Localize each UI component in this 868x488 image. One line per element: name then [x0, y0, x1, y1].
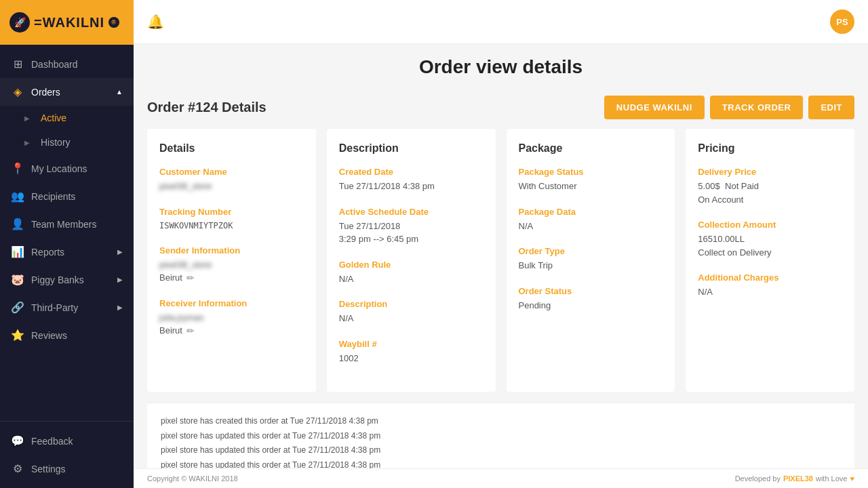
sidebar-item-reports[interactable]: 📊 Reports ▶ [0, 238, 134, 266]
history-label: History [41, 137, 71, 148]
sidebar-item-third[interactable]: 🔗 Third-Party ▶ [0, 293, 134, 321]
collection-amount-label: Collection Amount [698, 220, 842, 230]
golden-rule-value: N/A [339, 272, 484, 286]
golden-rule-field: Golden Rule N/A [339, 260, 484, 286]
created-date-value: Tue 27/11/2018 4:38 pm [339, 180, 484, 193]
orders-arrow-icon: ▲ [116, 88, 123, 96]
reviews-label: Reviews [31, 330, 67, 341]
package-status-value: With Customer [519, 180, 663, 193]
order-type-field: Order Type Bulk Trip [519, 246, 663, 272]
sidebar-bottom: 💬 Feedback ⚙ Settings [0, 421, 134, 488]
order-type-value: Bulk Trip [519, 259, 663, 272]
sender-field: Sender Information pixel38_store Beirut … [159, 245, 304, 285]
sidebar-item-feedback[interactable]: 💬 Feedback [0, 427, 134, 455]
sender-edit-icon[interactable]: ✏ [186, 272, 195, 283]
recipients-label: Recipients [31, 191, 75, 202]
additional-charges-label: Additional Charges [698, 272, 842, 283]
receiver-field: Receiver Information julia.jryman Beirut… [159, 298, 304, 338]
sidebar-item-piggy[interactable]: 🐷 Piggy Banks ▶ [0, 266, 134, 293]
collection-amount-value: 16510.00LL [698, 232, 842, 246]
sidebar-item-locations[interactable]: 📍 My Locations [0, 155, 134, 182]
footer-developed-by: Developed by [735, 474, 781, 483]
collection-amount-field: Collection Amount 16510.00LL Collect on … [698, 220, 842, 259]
sidebar-item-orders[interactable]: ◈ Orders ▲ [0, 78, 134, 106]
tracking-value: ISWKOVNMIYTPZOK [159, 220, 304, 232]
sidebar: 🚀 =WAKILNI ® ⊞ Dashboard ◈ Orders ▲ ▶ Ac… [0, 0, 134, 488]
team-icon: 👤 [11, 218, 24, 230]
sidebar-item-recipients[interactable]: 👥 Recipients [0, 182, 134, 210]
details-card: Details Customer Name pixel38_store Trac… [147, 129, 316, 392]
feedback-label: Feedback [31, 436, 73, 447]
receiver-label: Receiver Information [159, 298, 304, 308]
footer-copyright: Copyright © WAKILNI 2018 [147, 474, 238, 483]
activity-line-4: pixel store has updated this order at Tu… [161, 458, 841, 468]
package-data-value: N/A [519, 220, 663, 233]
receiver-location-row: Beirut ✏ [159, 324, 304, 338]
feedback-icon: 💬 [11, 434, 24, 447]
description-card: Description Created Date Tue 27/11/2018 … [327, 129, 496, 392]
page-footer: Copyright © WAKILNI 2018 Developed by PI… [134, 468, 868, 488]
locations-icon: 📍 [11, 162, 24, 175]
notification-bell-icon[interactable]: 🔔 [147, 14, 164, 30]
sidebar-item-dashboard[interactable]: ⊞ Dashboard [0, 50, 134, 78]
description-field: Description N/A [339, 299, 484, 325]
page-title: Order view details [134, 56, 868, 78]
receiver-edit-icon[interactable]: ✏ [186, 325, 195, 336]
package-card: Package Package Status With Customer Pac… [507, 129, 675, 392]
piggy-label: Piggy Banks [31, 274, 84, 285]
activity-line-1: pixel store has created this order at Tu… [161, 414, 841, 429]
sidebar-item-settings[interactable]: ⚙ Settings [0, 455, 134, 483]
sidebar-item-history[interactable]: ▶ History [0, 130, 134, 155]
edit-button[interactable]: EDIT [808, 96, 854, 119]
waybill-value: 1002 [339, 352, 484, 365]
main-area: 🔔 PS Order view details Order #124 Detai… [134, 0, 868, 488]
third-label: Third-Party [31, 302, 78, 313]
schedule-field: Active Schedule Date Tue 27/11/20183:29 … [339, 207, 484, 246]
order-type-label: Order Type [519, 246, 663, 256]
team-label: Team Members [31, 219, 96, 230]
package-data-label: Package Data [519, 207, 663, 217]
activity-line-2: pixel store has updated this order at Tu… [161, 429, 841, 444]
recipients-icon: 👥 [11, 190, 24, 203]
pricing-card: Pricing Delivery Price 5.00$ Not Paid On… [686, 129, 854, 392]
schedule-value: Tue 27/11/20183:29 pm --> 6:45 pm [339, 220, 484, 246]
package-data-field: Package Data N/A [519, 207, 663, 233]
order-header: Order #124 Details NUDGE WAKILNI TRACK O… [147, 85, 854, 129]
reports-icon: 📊 [11, 245, 24, 258]
logo-text: =WAKILNI ® [34, 15, 119, 30]
created-date-field: Created Date Tue 27/11/2018 4:38 pm [339, 167, 484, 193]
order-status-label: Order Status [519, 286, 663, 296]
footer-suffix: with Love [816, 474, 847, 483]
sidebar-item-reviews[interactable]: ⭐ Reviews [0, 321, 134, 349]
sidebar-item-team[interactable]: 👤 Team Members [0, 210, 134, 238]
description-value: N/A [339, 312, 484, 325]
sender-label: Sender Information [159, 245, 304, 256]
receiver-name: julia.jryman [159, 311, 304, 325]
nudge-wakilni-button[interactable]: NUDGE WAKILNI [604, 96, 705, 119]
page-title-bar: Order view details [134, 44, 868, 85]
orders-icon: ◈ [11, 85, 24, 98]
delivery-price-value: 5.00$ Not Paid [698, 180, 842, 193]
reports-arrow-icon: ▶ [117, 248, 123, 256]
track-order-button[interactable]: TRACK ORDER [710, 96, 804, 119]
third-icon: 🔗 [11, 301, 24, 314]
package-card-title: Package [519, 142, 663, 155]
order-content: Order #124 Details NUDGE WAKILNI TRACK O… [134, 85, 868, 468]
cards-row: Details Customer Name pixel38_store Trac… [147, 129, 854, 392]
additional-charges-field: Additional Charges N/A [698, 272, 842, 299]
top-header: 🔔 PS [134, 0, 868, 44]
package-status-field: Package Status With Customer [519, 167, 663, 193]
orders-label: Orders [31, 87, 60, 98]
logo-area[interactable]: 🚀 =WAKILNI ® [0, 0, 134, 45]
heart-icon: ♥ [850, 474, 854, 483]
created-date-label: Created Date [339, 167, 484, 177]
sidebar-item-active[interactable]: ▶ Active [0, 106, 134, 130]
reviews-icon: ⭐ [11, 329, 24, 342]
golden-rule-label: Golden Rule [339, 260, 484, 270]
user-avatar[interactable]: PS [830, 9, 854, 34]
details-card-title: Details [159, 142, 304, 155]
customer-name-field: Customer Name pixel38_store [159, 167, 304, 193]
activity-log: pixel store has created this order at Tu… [147, 403, 854, 468]
description-label: Description [339, 299, 484, 309]
customer-name-value: pixel38_store [159, 180, 304, 193]
